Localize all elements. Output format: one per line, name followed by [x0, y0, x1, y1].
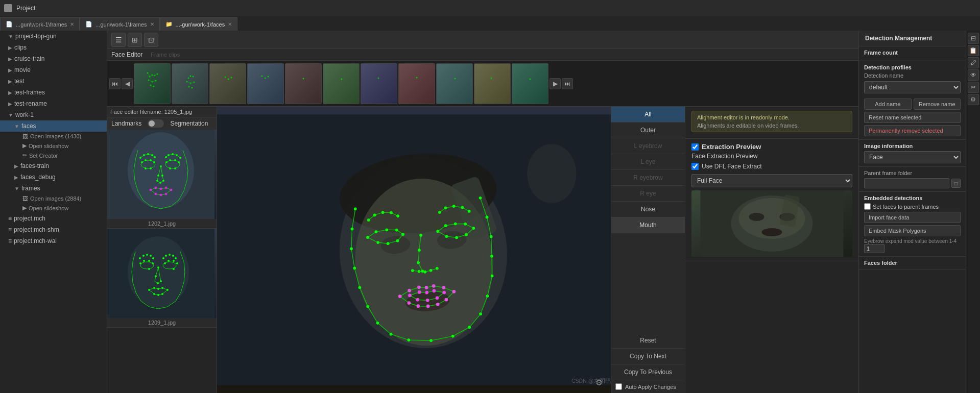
add-name-button[interactable]: Add name — [864, 99, 912, 110]
pm-label: project.mch — [14, 215, 45, 222]
ft-label: faces-train — [20, 162, 49, 169]
landmark-btn-mouth[interactable]: Mouth — [611, 217, 685, 233]
right-icon-6[interactable]: ⚙ — [968, 94, 979, 105]
sidebar-item-project-mch-shm[interactable]: ≡ project.mch-shm — [0, 224, 107, 235]
sidebar-item-work1[interactable]: ▼ work-1 — [0, 109, 107, 120]
face-thumb-2[interactable]: 🔖 🏴 — [107, 229, 217, 328]
tab-close-1[interactable]: ✕ — [70, 21, 74, 27]
filmstrip-frame-9[interactable] — [436, 63, 473, 104]
full-face-dropdown[interactable]: Full Face Half Face — [691, 174, 852, 187]
sidebar-item-clips[interactable]: ▶ clips — [0, 42, 107, 53]
import-face-button[interactable]: Import face data — [864, 212, 961, 223]
right-icon-1[interactable]: ⊟ — [968, 33, 979, 44]
auto-apply-label[interactable]: Auto Apply Changes — [625, 384, 676, 390]
permanently-remove-button[interactable]: Permanently remove selected — [864, 125, 961, 136]
detection-name-select[interactable]: default — [864, 81, 961, 93]
landmark-btn-r-eye[interactable]: R eye — [611, 186, 685, 202]
tab-frames-2[interactable]: 📄 ...gun\work-1\frames ✕ — [80, 17, 159, 31]
filmstrip-frame-4[interactable] — [247, 63, 284, 104]
filmstrip-frame-3[interactable] — [209, 63, 246, 104]
reset-name-button[interactable]: Reset name selected — [864, 112, 961, 123]
other-view-button[interactable]: ⊡ — [144, 33, 158, 47]
landmark-btn-outer[interactable]: Outer — [611, 122, 685, 138]
eyebrow-expand-input[interactable] — [864, 244, 885, 253]
sidebar-item-faces[interactable]: ▼ faces — [0, 120, 107, 132]
sidebar-item-movie[interactable]: ▶ movie — [0, 64, 107, 76]
tab-frames-1[interactable]: 📄 ...gun\work-1\frames ✕ — [0, 17, 80, 31]
right-icon-5[interactable]: ✂ — [968, 82, 979, 93]
right-icon-2[interactable]: 📋 — [968, 45, 979, 56]
filmstrip-frame-11[interactable] — [512, 63, 548, 104]
sidebar-item-faces-train[interactable]: ▶ faces-train — [0, 160, 107, 171]
filmstrip-last[interactable]: ⏭ — [562, 78, 573, 89]
filmstrip-frame-10[interactable] — [474, 63, 511, 104]
tab-faces[interactable]: 📁 ...-gun\work-1\faces ✕ — [160, 17, 238, 31]
parent-frame-input[interactable] — [864, 178, 949, 188]
fr-label: frames — [21, 185, 40, 192]
svg-point-113 — [157, 294, 159, 296]
landmark-btn-copy-next[interactable]: Copy To Next — [611, 349, 685, 364]
svg-point-106 — [160, 280, 162, 282]
sidebar-item-test[interactable]: ▶ test — [0, 76, 107, 87]
sidebar-set-creator[interactable]: ✏ Set Creator — [0, 151, 107, 160]
set-faces-label[interactable]: Set faces to parent frames — [873, 204, 939, 210]
tab-close-3[interactable]: ✕ — [228, 21, 232, 27]
landmarks-toggle[interactable] — [148, 119, 164, 128]
tab-close-2[interactable]: ✕ — [150, 21, 154, 27]
test-arrow: ▶ — [8, 79, 12, 84]
embed-mask-button[interactable]: Embed Mask Polygons — [864, 225, 961, 236]
right-icon-4[interactable]: 👁 — [968, 69, 979, 81]
movie-arrow: ▶ — [8, 67, 12, 73]
sidebar-open-images[interactable]: 🖼 Open images (1430) — [0, 132, 107, 141]
sidebar-item-frames[interactable]: ▼ frames — [0, 183, 107, 194]
filmstrip-next[interactable]: ▶ — [549, 78, 561, 89]
svg-point-36 — [143, 154, 145, 156]
landmark-btn-reset[interactable]: Reset — [611, 333, 685, 349]
sidebar-item-faces-debug[interactable]: ▶ faces_debug — [0, 171, 107, 183]
right-icon-3[interactable]: 🖊 — [968, 57, 979, 68]
filmstrip-frame-2[interactable] — [172, 63, 208, 104]
sidebar-frames-open-images[interactable]: 🖼 Open images (2884) — [0, 194, 107, 203]
use-dfl-checkbox[interactable] — [691, 163, 699, 170]
detection-type-select[interactable]: Face — [864, 151, 961, 163]
sidebar-item-project-mch-wal[interactable]: ≡ project.mch-wal — [0, 235, 107, 247]
sidebar-frames-open-slideshow[interactable]: ▶ Open slideshow — [0, 203, 107, 213]
landmark-leye-label: L eye — [641, 158, 656, 165]
filmstrip-frame-6[interactable] — [323, 63, 360, 104]
landmark-btn-r-eyebrow[interactable]: R eyebrow — [611, 170, 685, 186]
landmark-btn-l-eyebrow[interactable]: L eyebrow — [611, 138, 685, 154]
tab-icon-2: 📄 — [85, 21, 92, 28]
parent-frame-browse[interactable]: □ — [951, 179, 961, 188]
open-images-label: Open images (1430) — [30, 133, 81, 139]
image-information-label: Image information — [864, 143, 961, 149]
filmstrip-frame-7[interactable] — [361, 63, 397, 104]
gear-icon[interactable]: ⚙ — [595, 378, 606, 388]
set-faces-checkbox[interactable] — [864, 203, 871, 210]
landmark-btn-nose[interactable]: Nose — [611, 202, 685, 217]
landmark-btn-all[interactable]: All — [611, 107, 685, 122]
auto-apply-checkbox[interactable] — [615, 383, 622, 390]
filmstrip-frame-1[interactable] — [134, 63, 171, 104]
filmstrip-prev[interactable]: ◀ — [122, 78, 133, 89]
sidebar-item-project-mch[interactable]: ≡ project.mch — [0, 213, 107, 224]
sidebar-item-test-frames[interactable]: ▶ test-frames — [0, 87, 107, 98]
remove-name-button[interactable]: Remove name — [914, 99, 961, 110]
extraction-preview-label[interactable]: Extraction Preview — [702, 143, 761, 151]
filmstrip-frame-8[interactable] — [398, 63, 435, 104]
faces-folder-label: Faces folder — [864, 260, 961, 266]
sidebar-open-slideshow[interactable]: ▶ Open slideshow — [0, 141, 107, 151]
use-dfl-label[interactable]: Use DFL Face Extract — [702, 163, 762, 170]
landmark-btn-l-eye[interactable]: L eye — [611, 154, 685, 170]
svg-point-72 — [155, 187, 157, 189]
clips-label: clips — [14, 44, 27, 51]
face-thumb-1[interactable]: 🔖 🏴 — [107, 130, 217, 229]
sidebar-item-cruise-train[interactable]: ▶ cruise-train — [0, 53, 107, 64]
filmstrip-first[interactable]: ⏮ — [109, 78, 121, 89]
sidebar-item-test-rename[interactable]: ▶ test-rename — [0, 98, 107, 109]
extraction-preview-checkbox[interactable] — [691, 143, 699, 151]
filmstrip-frame-5[interactable] — [285, 63, 322, 104]
grid-view-button[interactable]: ⊞ — [128, 33, 142, 47]
frs-icon: ▶ — [22, 205, 27, 211]
list-view-button[interactable]: ☰ — [111, 33, 126, 47]
landmark-btn-copy-prev[interactable]: Copy To Previous — [611, 364, 685, 380]
